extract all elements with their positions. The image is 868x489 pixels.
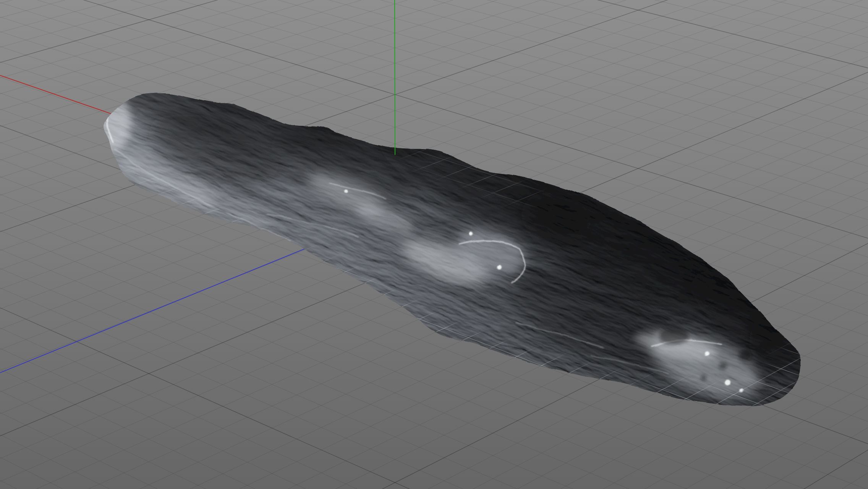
viewport-canvas[interactable] [0, 0, 868, 489]
y-axis-line [395, 0, 395, 155]
world-axis-vertical [395, 0, 395, 155]
